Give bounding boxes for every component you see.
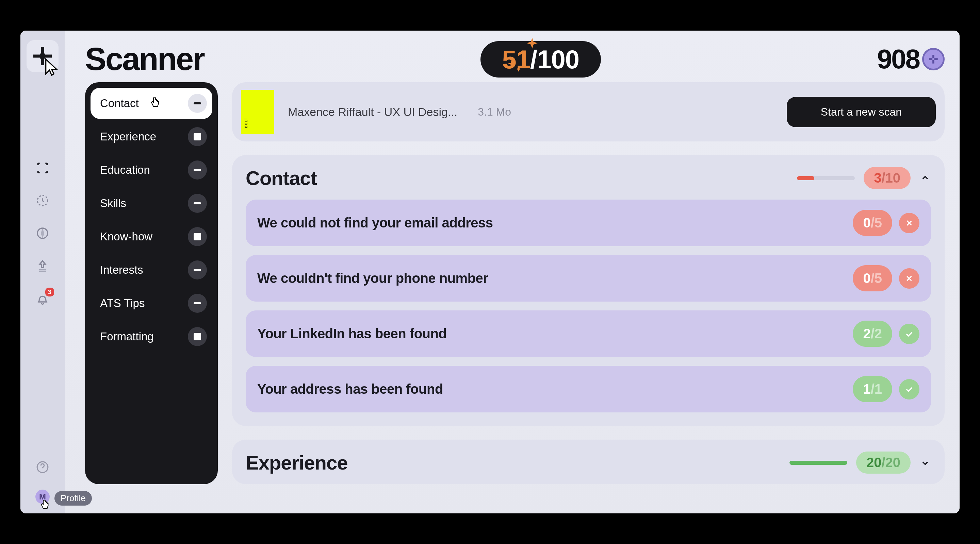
help-icon[interactable] <box>35 460 50 475</box>
category-item-education[interactable]: Education <box>91 154 212 186</box>
issue-text: Your address has been found <box>257 381 443 397</box>
svg-rect-9 <box>932 60 934 63</box>
hand-cursor-icon <box>38 498 50 511</box>
svg-rect-8 <box>932 55 934 58</box>
category-label: Know-how <box>100 230 153 243</box>
file-thumbnail: BOLT <box>241 90 274 134</box>
cross-icon <box>899 268 920 289</box>
score-den: /10 <box>881 170 900 186</box>
section-score-badge: 20/20 <box>856 452 911 474</box>
file-bar: BOLT Maxence Riffault - UX UI Desig... 3… <box>232 82 945 141</box>
issue-score-badge: 0/5 <box>853 265 892 291</box>
score-num: 3 <box>874 170 881 186</box>
section-title: Experience <box>246 451 348 474</box>
main: Scanner 51/100 908 ContactExperienceEduc… <box>65 30 959 514</box>
category-status-icon <box>188 127 207 146</box>
file-name: Maxence Riffault - UX UI Desig... <box>288 105 457 119</box>
issue-score-badge: 1/1 <box>853 376 892 402</box>
svg-rect-0 <box>41 47 44 54</box>
category-label: Formatting <box>100 330 154 343</box>
coin-icon <box>922 48 945 70</box>
nav-upload-icon[interactable] <box>35 259 50 273</box>
score-den: /20 <box>881 455 900 470</box>
svg-rect-3 <box>45 55 52 58</box>
category-status-icon <box>188 294 207 313</box>
issue-text: Your LinkedIn has been found <box>257 326 447 341</box>
svg-rect-10 <box>929 58 932 60</box>
page-title: Scanner <box>85 41 204 78</box>
category-item-skills[interactable]: Skills <box>91 188 212 219</box>
file-size: 3.1 Mo <box>478 106 511 118</box>
section-experience: Experience 20/20 <box>232 439 945 484</box>
category-label: Education <box>100 163 150 176</box>
category-label: Contact <box>100 97 139 110</box>
section-score-badge: 3/10 <box>864 167 911 189</box>
progress-bar <box>797 176 855 180</box>
category-item-know-how[interactable]: Know-how <box>91 221 212 252</box>
avatar[interactable]: M Profile <box>35 490 50 504</box>
issue-row[interactable]: We couldn't find your phone number0/5 <box>246 255 931 301</box>
category-status-icon <box>188 260 207 279</box>
points-value: 908 <box>877 43 920 75</box>
nav-bell-icon[interactable]: 3 <box>35 291 50 306</box>
svg-rect-11 <box>934 58 938 60</box>
section-contact: Contact 3/10 We could not find your emai… <box>232 155 945 426</box>
svg-rect-2 <box>33 55 40 58</box>
issue-row[interactable]: Your LinkedIn has been found2/2 <box>246 311 931 357</box>
nav-scan-icon[interactable] <box>35 160 50 175</box>
progress-bar <box>789 461 847 465</box>
category-status-icon <box>188 194 207 213</box>
nav-compass-icon[interactable] <box>35 226 50 241</box>
issue-row[interactable]: We could not find your email address0/5 <box>246 200 931 246</box>
category-label: Experience <box>100 130 156 143</box>
category-label: Interests <box>100 263 143 276</box>
notification-badge: 3 <box>45 288 54 297</box>
category-item-ats-tips[interactable]: ATS Tips <box>91 288 212 319</box>
check-icon <box>899 379 920 400</box>
category-label: ATS Tips <box>100 297 145 310</box>
category-status-icon <box>188 160 207 179</box>
app-logo[interactable] <box>27 40 59 72</box>
category-item-formatting[interactable]: Formatting <box>91 321 212 352</box>
score-pill: 51/100 <box>480 41 601 78</box>
issue-text: We could not find your email address <box>257 215 493 230</box>
sparkles-icon <box>504 35 544 76</box>
issue-row[interactable]: Your address has been found1/1 <box>246 366 931 412</box>
nav-history-icon[interactable] <box>35 193 50 208</box>
issue-text: We couldn't find your phone number <box>257 271 488 286</box>
hand-cursor-icon <box>148 95 161 109</box>
categories-panel: ContactExperienceEducationSkillsKnow-how… <box>85 82 218 484</box>
points: 908 <box>877 43 945 75</box>
sidebar: 3 M Profile <box>21 30 65 514</box>
profile-tooltip: Profile <box>54 491 92 506</box>
new-scan-button[interactable]: Start a new scan <box>787 97 936 127</box>
score-num: 20 <box>866 455 882 470</box>
collapse-toggle-icon[interactable] <box>920 172 931 184</box>
header: Scanner 51/100 908 <box>85 41 945 78</box>
issue-score-badge: 2/2 <box>853 320 892 347</box>
category-status-icon <box>188 227 207 246</box>
check-icon <box>899 324 920 344</box>
category-label: Skills <box>100 197 126 210</box>
category-item-interests[interactable]: Interests <box>91 254 212 285</box>
category-status-icon <box>188 327 207 346</box>
section-title: Contact <box>246 167 317 189</box>
cross-icon <box>899 213 920 233</box>
issue-score-badge: 0/5 <box>853 210 892 236</box>
cursor-icon <box>42 58 63 78</box>
expand-toggle-icon[interactable] <box>920 457 931 468</box>
category-item-experience[interactable]: Experience <box>91 121 212 152</box>
category-item-contact[interactable]: Contact <box>91 88 212 119</box>
thumb-text: BOLT <box>244 117 248 128</box>
category-status-icon <box>188 94 207 113</box>
